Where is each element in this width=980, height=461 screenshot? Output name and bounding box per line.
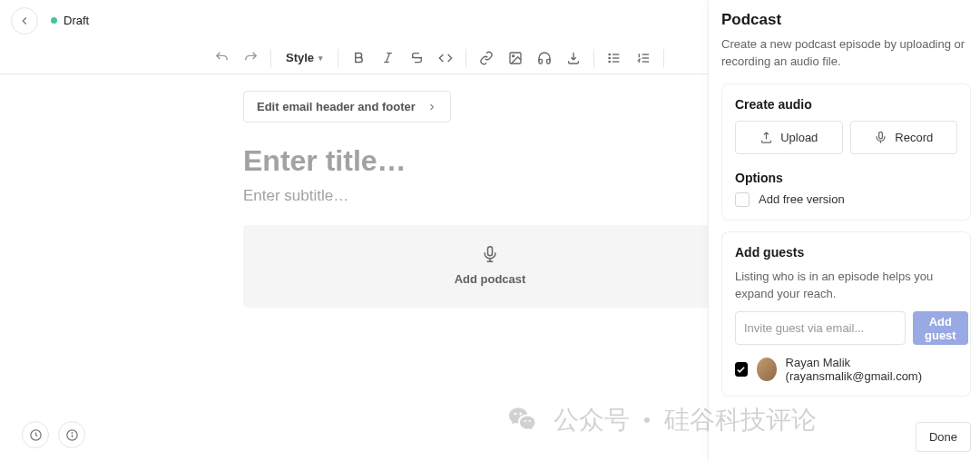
edit-header-footer-label: Edit email header and footer [257, 100, 416, 113]
style-dropdown[interactable]: Style ▾ [279, 45, 330, 71]
toolbar-separator [270, 49, 271, 67]
podcast-sidepanel: Podcast Create a new podcast episode by … [708, 0, 980, 461]
info-icon [65, 428, 79, 442]
link-icon [479, 51, 494, 65]
redo-button[interactable] [238, 45, 263, 71]
numbered-list-icon [636, 51, 651, 65]
sidepanel-description: Create a new podcast episode by uploadin… [721, 36, 971, 71]
bold-button[interactable] [346, 45, 371, 71]
add-podcast-block[interactable]: Add podcast [243, 225, 737, 308]
code-icon [438, 51, 453, 65]
toolbar-separator [663, 49, 664, 67]
image-button[interactable] [503, 45, 528, 71]
svg-rect-15 [488, 247, 493, 256]
status-label: Draft [64, 14, 89, 27]
chevron-right-icon [426, 102, 437, 113]
back-button[interactable] [11, 7, 38, 34]
svg-line-2 [386, 54, 389, 63]
arrow-left-icon [18, 15, 31, 27]
strike-button[interactable] [404, 45, 429, 71]
dot-icon [644, 417, 650, 423]
guest-name: Rayan Malik (rayansmalik@gmail.com) [786, 356, 957, 383]
number-list-button[interactable] [631, 45, 656, 71]
create-audio-card: Create audio Upload Record Options Add f… [721, 83, 971, 221]
undo-button[interactable] [209, 45, 234, 71]
toolbar-separator [593, 49, 594, 67]
svg-point-11 [609, 61, 610, 62]
code-button[interactable] [433, 45, 458, 71]
add-guest-button[interactable]: Add guest [913, 311, 968, 345]
style-label: Style [286, 51, 314, 64]
italic-button[interactable] [375, 45, 400, 71]
redo-icon [243, 50, 259, 65]
record-label: Record [895, 131, 933, 144]
add-guests-heading: Add guests [735, 245, 957, 260]
download-icon [566, 51, 581, 65]
add-guests-subtext: Listing who is in an episode helps you e… [735, 269, 957, 303]
info-button[interactable] [58, 421, 85, 448]
status-badge: Draft [51, 14, 89, 27]
embed-button[interactable] [561, 45, 586, 71]
options-heading: Options [735, 171, 957, 185]
wechat-icon [506, 404, 539, 436]
add-podcast-label: Add podcast [455, 272, 526, 286]
upload-button[interactable]: Upload [735, 121, 843, 154]
history-button[interactable] [22, 421, 49, 448]
guest-row: Rayan Malik (rayansmalik@gmail.com) [735, 356, 957, 383]
microphone-icon [481, 245, 499, 263]
bullet-list-button[interactable] [602, 45, 627, 71]
link-button[interactable] [474, 45, 499, 71]
svg-point-5 [513, 54, 514, 56]
audio-button[interactable] [532, 45, 557, 71]
status-dot-icon [51, 17, 57, 24]
microphone-icon [874, 131, 887, 144]
undo-icon [214, 50, 230, 65]
chevron-down-icon: ▾ [318, 54, 323, 63]
svg-point-20 [72, 432, 73, 433]
free-version-checkbox[interactable] [735, 192, 750, 207]
edit-header-footer-button[interactable]: Edit email header and footer [243, 91, 451, 123]
create-audio-heading: Create audio [735, 97, 957, 112]
guest-checkbox[interactable] [735, 362, 748, 377]
strikethrough-icon [410, 51, 424, 64]
free-version-label: Add free version [759, 192, 845, 206]
upload-label: Upload [780, 131, 818, 144]
avatar [757, 358, 777, 381]
history-icon [29, 428, 43, 442]
toolbar-separator [466, 49, 466, 67]
italic-icon [381, 51, 395, 64]
toolbar-separator [338, 49, 338, 67]
svg-point-9 [609, 54, 610, 54]
done-button[interactable]: Done [916, 422, 971, 452]
sidepanel-title: Podcast [721, 11, 971, 29]
check-icon [736, 365, 746, 375]
record-button[interactable]: Record [850, 121, 958, 154]
guest-email-input[interactable] [735, 311, 906, 345]
image-icon [508, 51, 523, 65]
svg-rect-16 [879, 132, 883, 139]
upload-icon [760, 131, 773, 144]
watermark-left: 公众号 [554, 403, 630, 437]
headphones-icon [537, 51, 552, 65]
bold-icon [352, 51, 366, 64]
svg-point-10 [609, 57, 610, 58]
bullet-list-icon [607, 51, 622, 65]
add-guests-card: Add guests Listing who is in an episode … [721, 231, 971, 397]
